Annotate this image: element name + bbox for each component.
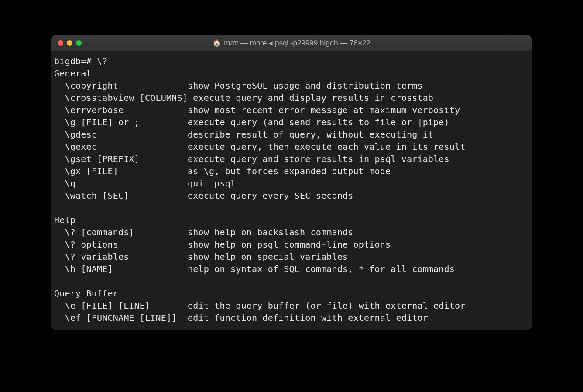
window-title: 🏠 matt — more ◂ psql -p29999 bigdb — 78×… [51, 38, 532, 48]
home-icon: 🏠 [213, 39, 221, 47]
titlebar[interactable]: 🏠 matt — more ◂ psql -p29999 bigdb — 78×… [51, 35, 532, 51]
window-title-text: matt — more ◂ psql -p29999 bigdb — 78×22 [224, 38, 370, 48]
terminal-line: bigdb=# \? [54, 55, 529, 67]
maximize-window-button[interactable] [76, 40, 82, 46]
terminal-line: Help [54, 214, 529, 226]
terminal-line: \g [FILE] or ; execute query (and send r… [54, 116, 529, 128]
traffic-lights [58, 40, 82, 46]
terminal-line [54, 275, 529, 287]
terminal-line: \crosstabview [COLUMNS] execute query an… [54, 92, 529, 104]
terminal-line: \watch [SEC] execute query every SEC sec… [54, 189, 529, 202]
terminal-line [54, 202, 529, 214]
terminal-line: \? variables show help on special variab… [54, 251, 529, 263]
terminal-line: \gdesc describe result of query, without… [54, 128, 529, 141]
terminal-line: Query Buffer [54, 287, 529, 299]
terminal-line: \ef [FUNCNAME [LINE]] edit function defi… [54, 312, 529, 324]
terminal-line: \h [NAME] help on syntax of SQL commands… [54, 263, 529, 275]
terminal-line: \gexec execute query, then execute each … [54, 141, 529, 153]
terminal-line: \? [commands] show help on backslash com… [54, 226, 529, 238]
terminal-line: \gx [FILE] as \g, but forces expanded ou… [54, 165, 529, 177]
terminal-line: \e [FILE] [LINE] edit the query buffer (… [54, 299, 529, 312]
terminal-line: \? options show help on psql command-lin… [54, 238, 529, 251]
terminal-line: \errverbose show most recent error messa… [54, 104, 529, 116]
close-window-button[interactable] [58, 40, 63, 46]
terminal-content[interactable]: bigdb=# \?General \copyright show Postgr… [51, 51, 532, 330]
terminal-line: \gset [PREFIX] execute query and store r… [54, 153, 529, 165]
terminal-line: \q quit psql [54, 177, 529, 189]
terminal-line: General [54, 67, 529, 79]
minimize-window-button[interactable] [67, 40, 72, 46]
terminal-line: \copyright show PostgreSQL usage and dis… [54, 79, 529, 92]
terminal-window: 🏠 matt — more ◂ psql -p29999 bigdb — 78×… [51, 35, 532, 330]
